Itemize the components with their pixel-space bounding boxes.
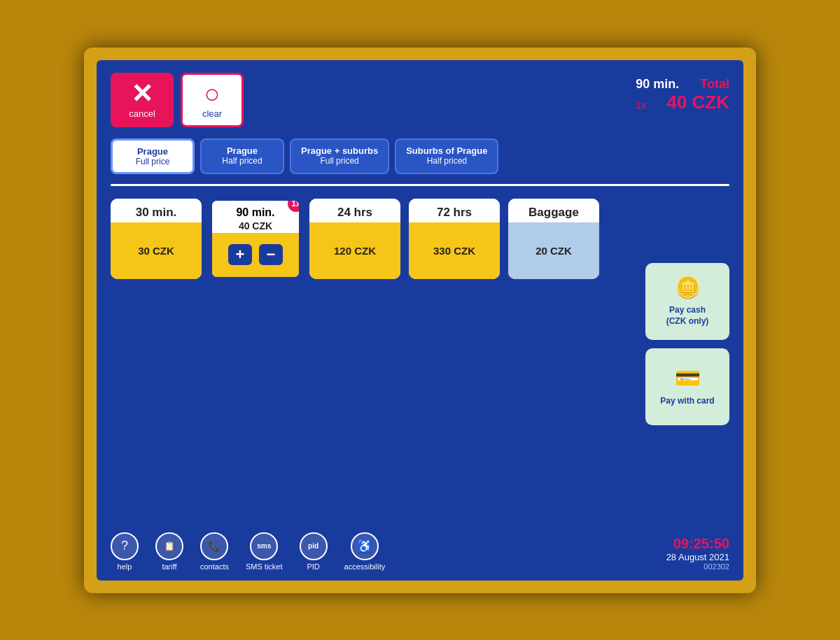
cancel-button[interactable]: ✕ cancel xyxy=(111,73,174,127)
tariff-icon: 📋 xyxy=(155,532,183,560)
nav-sms[interactable]: sms SMS ticket xyxy=(246,532,283,571)
card-icon: 💳 xyxy=(675,366,701,390)
ticket-30min[interactable]: 30 min. 30 CZK xyxy=(111,199,202,279)
ticket-90min-duration: 90 min. xyxy=(212,201,299,220)
ticket-24hrs-price: 120 CZK xyxy=(309,222,400,279)
tab-suburbs-half[interactable]: Suburbs of Prague Half priced xyxy=(395,138,498,174)
nav-contacts-label: contacts xyxy=(200,562,229,571)
pid-icon: pid xyxy=(300,532,328,560)
outer-frame: ✕ cancel ○ clear 90 min. Total 1x 40 CZK xyxy=(84,48,756,593)
pay-area: 🪙 Pay cash(CZK only) 💳 Pay with card xyxy=(645,263,729,425)
clear-button[interactable]: ○ clear xyxy=(181,73,244,127)
pay-card-label: Pay with card xyxy=(660,396,714,407)
pay-card-button[interactable]: 💳 Pay with card xyxy=(645,348,729,425)
increment-button[interactable]: + xyxy=(228,244,252,265)
total-area: 90 min. Total 1x 40 CZK xyxy=(636,73,729,113)
contacts-icon: 📞 xyxy=(200,532,228,560)
coin-icon: 🪙 xyxy=(675,275,701,299)
ticket-cards-row: 30 min. 30 CZK 1x 90 min. 40 CZK + − 24 … xyxy=(111,199,729,279)
ticket-72hrs[interactable]: 72 hrs 330 CZK xyxy=(409,199,500,279)
top-left-buttons: ✕ cancel ○ clear xyxy=(111,73,244,127)
tab-prague-half[interactable]: Prague Half priced xyxy=(200,138,284,174)
x-icon: ✕ xyxy=(131,80,153,107)
ticket-90min[interactable]: 1x 90 min. 40 CZK + − xyxy=(210,199,301,279)
bottom-right-info: 09:25:50 28 August 2021 002302 xyxy=(666,536,729,571)
total-label: Total xyxy=(700,77,729,92)
nav-contacts[interactable]: 📞 contacts xyxy=(200,532,229,571)
tab-prague-suburbs-full[interactable]: Prague + suburbs Full priced xyxy=(290,138,389,174)
accessibility-icon: ♿ xyxy=(351,532,379,560)
nav-accessibility-label: accessibility xyxy=(344,562,386,571)
ticket-24hrs-duration: 24 hrs xyxy=(309,199,400,222)
decrement-button[interactable]: − xyxy=(259,244,283,265)
nav-sms-label: SMS ticket xyxy=(246,562,283,571)
pay-cash-label: Pay cash(CZK only) xyxy=(666,305,709,327)
tab-prague-full[interactable]: Prague Full price xyxy=(111,138,195,174)
clear-label: clear xyxy=(202,108,222,119)
tab-label-1: Prague xyxy=(122,146,183,157)
ticket-30min-price: 30 CZK xyxy=(111,222,202,279)
nav-pid-label: PID xyxy=(307,562,319,571)
nav-icons-group: ? help 📋 tariff 📞 contacts sms SMS ticke… xyxy=(111,532,385,571)
nav-tariff-label: tariff xyxy=(162,562,176,571)
nav-pid[interactable]: pid PID xyxy=(300,532,328,571)
ticket-90min-controls: + − xyxy=(212,233,299,277)
nav-help-label: help xyxy=(118,562,132,571)
top-bar: ✕ cancel ○ clear 90 min. Total 1x 40 CZK xyxy=(111,73,729,127)
tab-label-2: Prague xyxy=(211,145,273,156)
cancel-label: cancel xyxy=(129,108,155,119)
tab-label-3: Prague + suburbs xyxy=(301,145,378,156)
ticket-baggage[interactable]: Baggage 20 CZK xyxy=(508,199,599,279)
screen: ✕ cancel ○ clear 90 min. Total 1x 40 CZK xyxy=(97,60,743,581)
current-time: 09:25:50 xyxy=(666,536,729,552)
ticket-tabs: Prague Full price Prague Half priced Pra… xyxy=(111,138,729,174)
total-price: 40 CZK xyxy=(666,92,729,113)
nav-tariff[interactable]: 📋 tariff xyxy=(155,532,183,571)
nav-help[interactable]: ? help xyxy=(111,532,139,571)
ticket-baggage-label: Baggage xyxy=(508,199,599,222)
tab-sublabel-4: Half priced xyxy=(406,156,487,166)
ticket-72hrs-price: 330 CZK xyxy=(409,222,500,279)
tab-sublabel-3: Full priced xyxy=(301,156,378,166)
ticket-baggage-price: 20 CZK xyxy=(508,222,599,279)
current-date: 28 August 2021 xyxy=(666,552,729,562)
sms-icon: sms xyxy=(250,532,278,560)
qty-badge: 1x xyxy=(288,199,301,212)
nav-accessibility[interactable]: ♿ accessibility xyxy=(344,532,386,571)
tab-divider xyxy=(111,184,729,186)
pay-cash-button[interactable]: 🪙 Pay cash(CZK only) xyxy=(645,263,729,340)
ticket-30min-duration: 30 min. xyxy=(111,199,202,222)
selected-duration: 90 min. xyxy=(636,77,679,92)
ticket-24hrs[interactable]: 24 hrs 120 CZK xyxy=(309,199,400,279)
ticket-72hrs-duration: 72 hrs xyxy=(409,199,500,222)
ticket-90min-price: 40 CZK xyxy=(212,220,299,233)
o-icon: ○ xyxy=(204,80,220,107)
bottom-nav: ? help 📋 tariff 📞 contacts sms SMS ticke… xyxy=(111,532,729,571)
help-icon: ? xyxy=(111,532,139,560)
tab-label-4: Suburbs of Prague xyxy=(406,145,487,156)
tab-sublabel-2: Half priced xyxy=(211,156,273,166)
tab-sublabel-1: Full price xyxy=(122,157,183,166)
machine-id: 002302 xyxy=(666,562,729,571)
qty-label: 1x xyxy=(636,99,646,111)
